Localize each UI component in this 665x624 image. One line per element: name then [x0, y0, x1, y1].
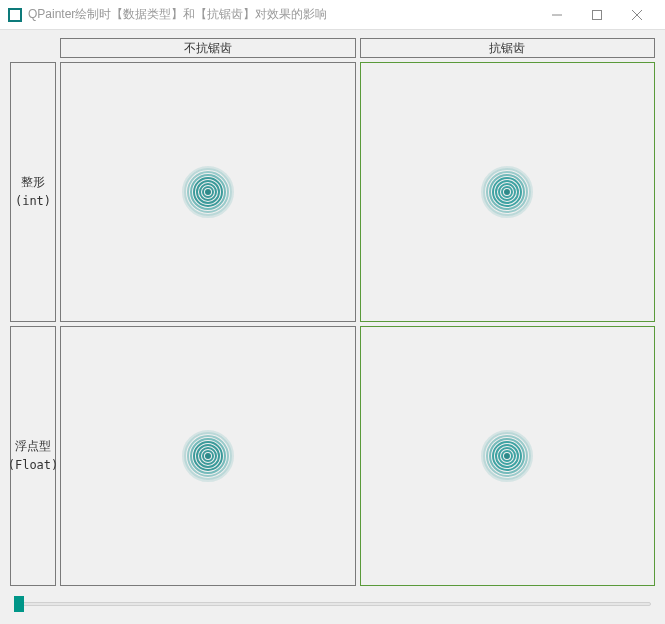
row-header-float-paren: (Float) — [8, 456, 59, 475]
row-header-int-paren: (int) — [15, 192, 51, 211]
svg-rect-1 — [593, 10, 602, 19]
panel-int-no-aa — [60, 62, 356, 322]
client-area: 不抗锯齿 抗锯齿 整形 (int) 浮点型 (Float) — [0, 30, 665, 624]
ripple-graphic — [182, 430, 234, 482]
column-header-aa: 抗锯齿 — [360, 38, 656, 58]
maximize-button[interactable] — [577, 0, 617, 30]
close-button[interactable] — [617, 0, 657, 30]
row-header-int-type: 整形 — [21, 173, 45, 192]
comparison-grid: 不抗锯齿 抗锯齿 整形 (int) 浮点型 (Float) — [10, 38, 655, 586]
app-icon — [8, 8, 22, 22]
slider-track — [14, 602, 651, 606]
slider-row — [10, 594, 655, 614]
ripple-graphic — [182, 166, 234, 218]
ripple-graphic — [481, 166, 533, 218]
row-header-int: 整形 (int) — [10, 62, 56, 322]
panel-float-no-aa — [60, 326, 356, 586]
window-controls — [537, 0, 657, 30]
titlebar: QPainter绘制时【数据类型】和【抗锯齿】对效果的影响 — [0, 0, 665, 30]
grid-corner — [10, 38, 56, 58]
radius-slider[interactable] — [14, 594, 651, 614]
minimize-button[interactable] — [537, 0, 577, 30]
ripple-graphic — [481, 430, 533, 482]
column-header-no-aa: 不抗锯齿 — [60, 38, 356, 58]
slider-thumb[interactable] — [14, 596, 24, 612]
window-title: QPainter绘制时【数据类型】和【抗锯齿】对效果的影响 — [28, 6, 537, 23]
row-header-float: 浮点型 (Float) — [10, 326, 56, 586]
row-header-float-type: 浮点型 — [15, 437, 51, 456]
panel-int-aa — [360, 62, 656, 322]
panel-float-aa — [360, 326, 656, 586]
